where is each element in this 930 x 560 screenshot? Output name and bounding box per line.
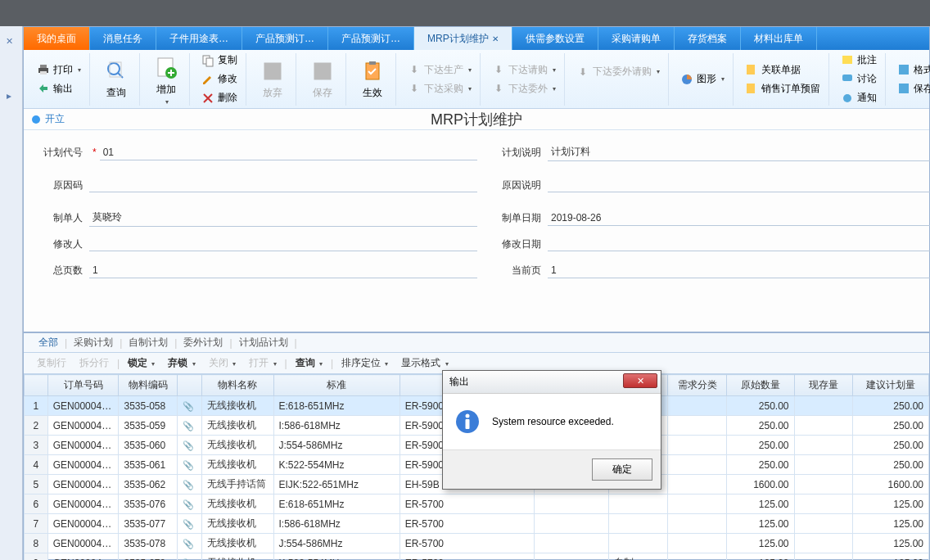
col-mat-code[interactable]: 物料编码 — [119, 375, 178, 396]
cell-order[interactable]: GEN00004… — [47, 534, 119, 553]
cell-demand-cat[interactable] — [668, 495, 727, 514]
cell-sugg-qty[interactable]: 125.00 — [853, 495, 929, 514]
sort-button[interactable]: 排序定位 ▾ — [336, 356, 393, 370]
tab-supply-params[interactable]: 供需参数设置 — [512, 27, 598, 50]
cell-std[interactable]: I:586-618MHz — [273, 416, 400, 436]
cell-std[interactable]: I:586-618MHz — [273, 514, 400, 534]
subtab-all[interactable]: 全部 — [32, 336, 65, 350]
plan-desc-field[interactable]: 计划订料 — [548, 143, 930, 161]
table-row[interactable]: 6GEN00004…3535-076📎无线接收机E:618-651MHzER-5… — [25, 495, 929, 514]
col-demand-cat[interactable]: 需求分类 — [668, 375, 727, 396]
print-button[interactable]: 打印▾ — [34, 61, 84, 79]
dialog-close-button[interactable]: ✕ — [623, 373, 657, 388]
cell-mat-code[interactable]: 3535-062 — [119, 475, 178, 495]
col-order[interactable]: 订单号码 — [47, 375, 119, 396]
plan-code-field[interactable]: 01 — [100, 145, 477, 160]
save-button[interactable]: 保存 — [305, 56, 341, 102]
cell-std[interactable]: EIJK:522-651MHz — [273, 475, 400, 495]
cell-mat-spec[interactable] — [535, 534, 609, 553]
tab-child-usage[interactable]: 子件用途表… — [156, 27, 242, 50]
cell-demand-cat[interactable] — [668, 436, 727, 455]
cell-order[interactable]: GEN00004… — [47, 455, 119, 475]
col-sugg-qty[interactable]: 建议计划量 — [853, 375, 929, 396]
display-format-button[interactable]: 显示格式 ▾ — [396, 356, 453, 370]
copy-button[interactable]: 复制 — [198, 52, 241, 69]
cell-mat-attr[interactable] — [609, 495, 668, 514]
reason-code-field[interactable] — [89, 178, 477, 192]
cell-order[interactable]: GEN00004… — [47, 495, 119, 514]
cell-mat-code[interactable]: 3535-078 — [119, 534, 178, 553]
cell-mat-name[interactable]: 无线接收机 — [202, 416, 273, 436]
cell-demand-cat[interactable] — [668, 475, 727, 495]
cell-curr-qty[interactable] — [794, 396, 853, 416]
issue-produce-button[interactable]: ⬇下达生产▾ — [404, 61, 475, 79]
tab-close-icon[interactable]: ✕ — [492, 34, 499, 43]
cell-curr-qty[interactable] — [794, 495, 853, 514]
cell-mat-spec[interactable] — [535, 553, 609, 561]
cell-demand-cat[interactable] — [668, 396, 727, 416]
cell-model[interactable]: ER-5700 — [400, 534, 534, 553]
open-button[interactable]: 打开 ▾ — [244, 356, 281, 370]
table-row[interactable]: 7GEN00004…3535-077📎无线接收机I:586-618MHzER-5… — [25, 514, 929, 534]
split-row-button[interactable]: 拆分行 — [74, 356, 114, 370]
add-button[interactable]: 增加 — [148, 53, 184, 98]
cell-curr-qty[interactable] — [794, 416, 853, 436]
cell-std[interactable]: J:554-586MHz — [273, 436, 400, 455]
sidebar-close-icon[interactable]: ✕ — [6, 36, 13, 47]
cell-orig-qty[interactable]: 250.00 — [727, 455, 794, 475]
cell-std[interactable]: E:618-651MHz — [273, 495, 400, 514]
tab-messages[interactable]: 消息任务 — [90, 27, 156, 50]
format-set-button[interactable]: 格式设置 — [894, 61, 930, 79]
dialog-titlebar[interactable]: 输出 ✕ — [443, 371, 661, 394]
cell-curr-qty[interactable] — [794, 436, 853, 455]
cell-mat-attr[interactable]: 自制 — [609, 553, 668, 561]
cell-orig-qty[interactable]: 1600.00 — [727, 475, 794, 495]
cell-demand-cat[interactable] — [668, 416, 727, 436]
cell-orig-qty[interactable]: 125.00 — [727, 553, 794, 561]
sidebar-expand-icon[interactable]: ▸ — [7, 90, 11, 102]
tab-forecast2[interactable]: 产品预测订… — [328, 27, 414, 50]
issue-outsource-req-button[interactable]: ⬇下达委外请购▾ — [573, 63, 663, 80]
cell-curr-qty[interactable] — [794, 514, 853, 534]
cell-demand-cat[interactable] — [668, 514, 727, 534]
cell-sugg-qty[interactable]: 125.00 — [853, 534, 929, 553]
cell-mat-code[interactable]: 3535-077 — [119, 514, 178, 534]
cell-mat-name[interactable]: 无线接收机 — [202, 436, 273, 455]
cell-orig-qty[interactable]: 250.00 — [727, 416, 794, 436]
cell-attachment[interactable]: 📎 — [178, 553, 202, 561]
cell-attachment[interactable]: 📎 — [178, 475, 202, 495]
cell-demand-cat[interactable] — [668, 455, 727, 475]
col-std[interactable]: 标准 — [273, 375, 400, 396]
cell-order[interactable]: GEN00004… — [47, 475, 119, 495]
cell-mat-name[interactable]: 无线接收机 — [202, 396, 273, 416]
cell-model[interactable]: ER-5700 — [400, 495, 534, 514]
cell-std[interactable]: E:618-651MHz — [273, 396, 400, 416]
assoc-doc-button[interactable]: 关联单据 — [742, 61, 824, 79]
cell-mat-name[interactable]: 无线接收机 — [202, 553, 273, 561]
cell-curr-qty[interactable] — [794, 534, 853, 553]
col-orig-qty[interactable]: 原始数量 — [727, 375, 794, 396]
cell-orig-qty[interactable]: 125.00 — [727, 514, 794, 534]
lock-button[interactable]: 锁定 ▾ — [123, 356, 160, 370]
tab-mrp-plan[interactable]: MRP计划维护✕ — [414, 27, 512, 50]
tab-forecast1[interactable]: 产品预测订… — [242, 27, 328, 50]
cell-mat-attr[interactable] — [609, 534, 668, 553]
col-mat-name[interactable]: 物料名称 — [202, 375, 273, 396]
cell-mat-attr[interactable] — [609, 514, 668, 534]
issue-purchase-req-button[interactable]: ⬇下达请购▾ — [489, 61, 559, 79]
cell-attachment[interactable]: 📎 — [178, 455, 202, 475]
cell-curr-qty[interactable] — [794, 553, 853, 561]
cell-mat-name[interactable]: 无线接收机 — [202, 534, 273, 553]
cell-demand-cat[interactable] — [668, 553, 727, 561]
cell-orig-qty[interactable]: 250.00 — [727, 436, 794, 455]
cell-mat-spec[interactable] — [535, 495, 609, 514]
cell-mat-code[interactable]: 3535-061 — [119, 455, 178, 475]
cell-attachment[interactable]: 📎 — [178, 416, 202, 436]
cell-sugg-qty[interactable]: 250.00 — [853, 436, 929, 455]
table-row[interactable]: 9GEN00004…3535-079📎无线接收机K:522-554MHzER-5… — [25, 553, 929, 561]
cell-sugg-qty[interactable]: 250.00 — [853, 396, 929, 416]
cell-order[interactable]: GEN00004… — [47, 553, 119, 561]
cell-model[interactable]: ER-5700 — [400, 553, 534, 561]
cell-std[interactable]: K:522-554MHz — [273, 553, 400, 561]
close-button[interactable]: 关闭 ▾ — [204, 356, 241, 370]
